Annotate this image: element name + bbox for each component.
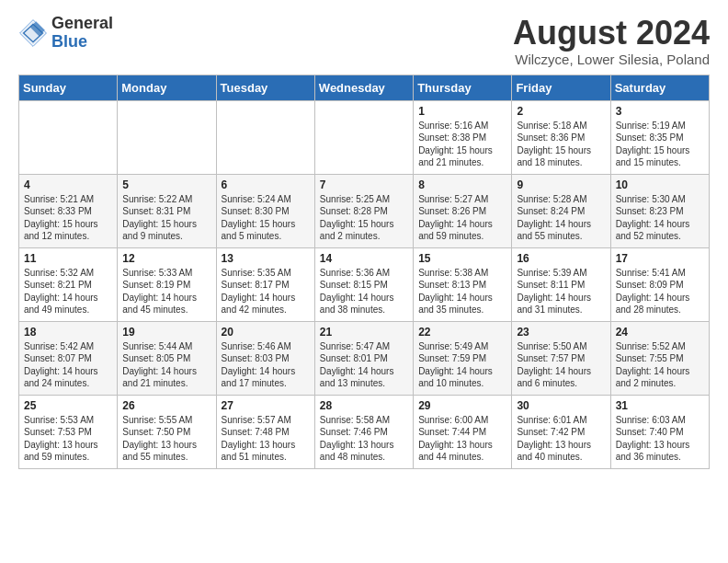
logo-blue-text: Blue xyxy=(51,33,113,52)
logo: General Blue xyxy=(18,15,113,52)
day-number: 10 xyxy=(616,178,704,191)
table-row: 30Sunrise: 6:01 AM Sunset: 7:42 PM Dayli… xyxy=(512,395,610,468)
day-info: Sunrise: 5:25 AM Sunset: 8:28 PM Dayligh… xyxy=(320,194,394,242)
col-thursday: Thursday xyxy=(414,75,512,100)
day-number: 30 xyxy=(517,399,605,412)
day-number: 1 xyxy=(418,105,506,118)
day-info: Sunrise: 6:01 AM Sunset: 7:42 PM Dayligh… xyxy=(517,415,591,463)
day-info: Sunrise: 5:28 AM Sunset: 8:24 PM Dayligh… xyxy=(517,194,591,242)
day-number: 19 xyxy=(122,326,210,339)
col-wednesday: Wednesday xyxy=(314,75,413,100)
day-number: 6 xyxy=(222,178,310,191)
day-info: Sunrise: 5:38 AM Sunset: 8:13 PM Dayligh… xyxy=(418,268,493,316)
day-number: 27 xyxy=(222,399,310,412)
day-number: 13 xyxy=(222,252,310,265)
day-info: Sunrise: 5:53 AM Sunset: 7:53 PM Dayligh… xyxy=(24,415,98,463)
day-number: 20 xyxy=(222,326,310,339)
day-number: 17 xyxy=(616,252,704,265)
day-info: Sunrise: 5:16 AM Sunset: 8:38 PM Dayligh… xyxy=(418,121,493,168)
day-number: 9 xyxy=(517,178,605,191)
day-info: Sunrise: 5:32 AM Sunset: 8:21 PM Dayligh… xyxy=(24,268,98,316)
day-number: 25 xyxy=(24,399,112,412)
calendar-table: Sunday Monday Tuesday Wednesday Thursday… xyxy=(18,75,710,469)
day-number: 12 xyxy=(122,252,210,265)
table-row: 8Sunrise: 5:27 AM Sunset: 8:26 PM Daylig… xyxy=(414,174,512,247)
day-info: Sunrise: 5:18 AM Sunset: 8:36 PM Dayligh… xyxy=(517,121,591,168)
day-number: 5 xyxy=(122,178,210,191)
table-row: 11Sunrise: 5:32 AM Sunset: 8:21 PM Dayli… xyxy=(19,247,118,321)
day-info: Sunrise: 5:49 AM Sunset: 7:59 PM Dayligh… xyxy=(418,341,493,389)
day-info: Sunrise: 5:39 AM Sunset: 8:11 PM Dayligh… xyxy=(517,268,591,316)
day-info: Sunrise: 5:36 AM Sunset: 8:15 PM Dayligh… xyxy=(320,268,394,316)
day-number: 14 xyxy=(320,252,408,265)
day-info: Sunrise: 5:22 AM Sunset: 8:31 PM Dayligh… xyxy=(122,194,197,242)
day-info: Sunrise: 5:46 AM Sunset: 8:03 PM Dayligh… xyxy=(222,341,296,389)
table-row: 7Sunrise: 5:25 AM Sunset: 8:28 PM Daylig… xyxy=(314,174,413,247)
day-info: Sunrise: 5:41 AM Sunset: 8:09 PM Dayligh… xyxy=(616,268,690,316)
table-row: 17Sunrise: 5:41 AM Sunset: 8:09 PM Dayli… xyxy=(610,247,709,321)
page: General Blue August 2024 Wilczyce, Lower… xyxy=(0,0,728,484)
day-number: 29 xyxy=(418,399,506,412)
table-row: 14Sunrise: 5:36 AM Sunset: 8:15 PM Dayli… xyxy=(314,247,413,321)
month-title: August 2024 xyxy=(513,15,710,52)
calendar-week-4: 18Sunrise: 5:42 AM Sunset: 8:07 PM Dayli… xyxy=(19,321,710,395)
table-row: 29Sunrise: 6:00 AM Sunset: 7:44 PM Dayli… xyxy=(414,395,512,468)
day-info: Sunrise: 5:55 AM Sunset: 7:50 PM Dayligh… xyxy=(122,415,197,463)
day-info: Sunrise: 5:57 AM Sunset: 7:48 PM Dayligh… xyxy=(222,415,296,463)
day-number: 23 xyxy=(517,326,605,339)
day-info: Sunrise: 5:58 AM Sunset: 7:46 PM Dayligh… xyxy=(320,415,394,463)
day-number: 2 xyxy=(517,105,605,118)
col-sunday: Sunday xyxy=(19,75,118,100)
calendar-week-1: 1Sunrise: 5:16 AM Sunset: 8:38 PM Daylig… xyxy=(19,100,710,174)
day-info: Sunrise: 6:03 AM Sunset: 7:40 PM Dayligh… xyxy=(616,415,690,463)
logo-general-text: General xyxy=(51,15,113,33)
day-info: Sunrise: 5:42 AM Sunset: 8:07 PM Dayligh… xyxy=(24,341,98,389)
table-row: 26Sunrise: 5:55 AM Sunset: 7:50 PM Dayli… xyxy=(118,395,216,468)
day-number: 4 xyxy=(24,178,112,191)
table-row: 24Sunrise: 5:52 AM Sunset: 7:55 PM Dayli… xyxy=(610,321,709,395)
day-number: 18 xyxy=(24,326,112,339)
header: General Blue August 2024 Wilczyce, Lower… xyxy=(18,15,710,67)
table-row: 23Sunrise: 5:50 AM Sunset: 7:57 PM Dayli… xyxy=(512,321,610,395)
table-row: 19Sunrise: 5:44 AM Sunset: 8:05 PM Dayli… xyxy=(118,321,216,395)
table-row: 1Sunrise: 5:16 AM Sunset: 8:38 PM Daylig… xyxy=(414,100,512,174)
table-row: 13Sunrise: 5:35 AM Sunset: 8:17 PM Dayli… xyxy=(216,247,314,321)
table-row: 5Sunrise: 5:22 AM Sunset: 8:31 PM Daylig… xyxy=(118,174,216,247)
table-row: 10Sunrise: 5:30 AM Sunset: 8:23 PM Dayli… xyxy=(610,174,709,247)
day-info: Sunrise: 5:21 AM Sunset: 8:33 PM Dayligh… xyxy=(24,194,98,242)
table-row: 25Sunrise: 5:53 AM Sunset: 7:53 PM Dayli… xyxy=(19,395,118,468)
day-info: Sunrise: 6:00 AM Sunset: 7:44 PM Dayligh… xyxy=(418,415,493,463)
day-number: 21 xyxy=(320,326,408,339)
calendar-week-2: 4Sunrise: 5:21 AM Sunset: 8:33 PM Daylig… xyxy=(19,174,710,247)
day-number: 28 xyxy=(320,399,408,412)
day-number: 22 xyxy=(418,326,506,339)
table-row: 21Sunrise: 5:47 AM Sunset: 8:01 PM Dayli… xyxy=(314,321,413,395)
calendar-week-5: 25Sunrise: 5:53 AM Sunset: 7:53 PM Dayli… xyxy=(19,395,710,468)
day-info: Sunrise: 5:24 AM Sunset: 8:30 PM Dayligh… xyxy=(222,194,296,242)
day-number: 3 xyxy=(616,105,704,118)
table-row: 12Sunrise: 5:33 AM Sunset: 8:19 PM Dayli… xyxy=(118,247,216,321)
table-row xyxy=(216,100,314,174)
day-info: Sunrise: 5:19 AM Sunset: 8:35 PM Dayligh… xyxy=(616,121,690,168)
title-block: August 2024 Wilczyce, Lower Silesia, Pol… xyxy=(513,15,710,67)
table-row: 22Sunrise: 5:49 AM Sunset: 7:59 PM Dayli… xyxy=(414,321,512,395)
table-row: 27Sunrise: 5:57 AM Sunset: 7:48 PM Dayli… xyxy=(216,395,314,468)
table-row: 2Sunrise: 5:18 AM Sunset: 8:36 PM Daylig… xyxy=(512,100,610,174)
col-saturday: Saturday xyxy=(610,75,709,100)
day-info: Sunrise: 5:30 AM Sunset: 8:23 PM Dayligh… xyxy=(616,194,690,242)
day-info: Sunrise: 5:52 AM Sunset: 7:55 PM Dayligh… xyxy=(616,341,690,389)
day-number: 26 xyxy=(122,399,210,412)
calendar-week-3: 11Sunrise: 5:32 AM Sunset: 8:21 PM Dayli… xyxy=(19,247,710,321)
day-info: Sunrise: 5:44 AM Sunset: 8:05 PM Dayligh… xyxy=(122,341,197,389)
table-row xyxy=(314,100,413,174)
col-friday: Friday xyxy=(512,75,610,100)
table-row: 15Sunrise: 5:38 AM Sunset: 8:13 PM Dayli… xyxy=(414,247,512,321)
table-row: 28Sunrise: 5:58 AM Sunset: 7:46 PM Dayli… xyxy=(314,395,413,468)
day-number: 11 xyxy=(24,252,112,265)
day-info: Sunrise: 5:47 AM Sunset: 8:01 PM Dayligh… xyxy=(320,341,394,389)
day-number: 7 xyxy=(320,178,408,191)
table-row: 20Sunrise: 5:46 AM Sunset: 8:03 PM Dayli… xyxy=(216,321,314,395)
table-row: 4Sunrise: 5:21 AM Sunset: 8:33 PM Daylig… xyxy=(19,174,118,247)
logo-text: General Blue xyxy=(51,15,113,52)
day-info: Sunrise: 5:50 AM Sunset: 7:57 PM Dayligh… xyxy=(517,341,591,389)
